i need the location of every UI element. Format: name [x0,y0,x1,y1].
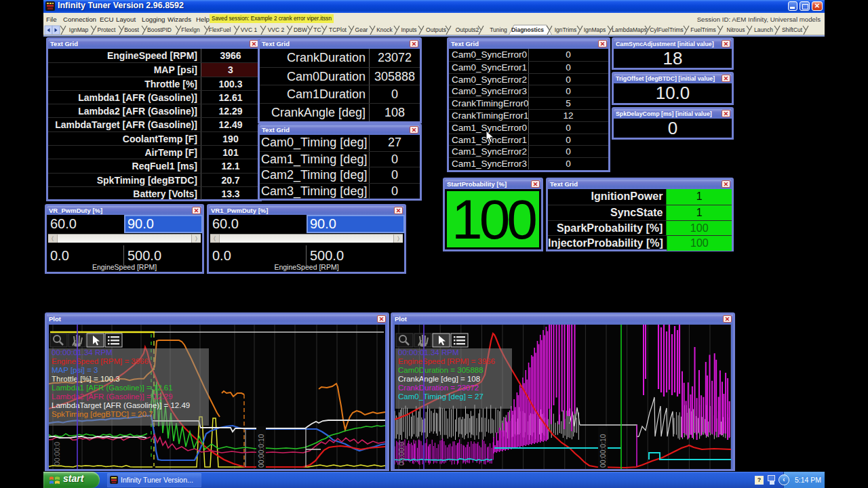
svg-text:VVC 2: VVC 2 [268,26,285,33]
svg-text:Outputs2: Outputs2 [456,26,479,33]
svg-text:Tuning: Tuning [490,26,507,33]
svg-text:Lambda1 [AFR (Gasoline)] = 12.: Lambda1 [AFR (Gasoline)] = 12.61 [52,384,173,392]
svg-text:ShiftCut: ShiftCut [782,26,803,33]
svg-text:00:00:01.34 RPM: 00:00:01.34 RPM [398,348,459,357]
svg-text:Knock: Knock [376,26,393,33]
svg-text:Lambda2 [AFR (Gasoline)] = 12.: Lambda2 [AFR (Gasoline)] = 12.29 [52,392,173,401]
svg-text:EngineSpeed [RPM] = 3966: EngineSpeed [RPM] = 3966 [52,357,149,365]
svg-text:IgnMaps: IgnMaps [584,26,606,33]
svg-text:CylFuelTrims: CylFuelTrims [650,26,684,33]
svg-text:Cam0_Timing [deg] = 27: Cam0_Timing [deg] = 27 [398,392,484,401]
svg-text:LambdaTarget [AFR (Gasoline)]: LambdaTarget [AFR (Gasoline)] = 12.49 [52,401,190,409]
svg-text:Nitrous: Nitrous [727,26,745,33]
svg-text:Outputs: Outputs [426,26,446,33]
svg-text:00:00:0:10: 00:00:0:10 [599,434,607,468]
svg-text:TC: TC [313,26,321,33]
svg-text:IgnMap: IgnMap [69,26,89,33]
svg-text:00:00:0: 00:00:0 [53,442,61,466]
svg-text:Boost: Boost [124,26,139,33]
svg-text:Throttle [%] = 100.3: Throttle [%] = 100.3 [52,375,120,383]
svg-text:Protect: Protect [98,26,117,33]
svg-text:FlexFuel: FlexFuel [209,26,231,33]
svg-text:Flexlgn: Flexlgn [181,26,200,33]
svg-text:FuelTrims: FuelTrims [690,26,715,33]
svg-text:TCPlot: TCPlot [329,26,347,33]
svg-text:00:00:0:10: 00:00:0:10 [257,434,265,468]
svg-text:00:00:01.34 RPM: 00:00:01.34 RPM [52,348,113,357]
svg-text:DBW: DBW [294,26,307,33]
svg-text:00:00:0: 00:00:0 [397,442,406,466]
svg-text:MAP [psi] = 3: MAP [psi] = 3 [52,366,98,374]
svg-text:EngineSpeed [RPM] = 3966: EngineSpeed [RPM] = 3966 [398,357,495,365]
svg-text:VVC 1: VVC 1 [241,26,258,33]
svg-text:Diagnostics: Diagnostics [511,26,544,33]
svg-text:CrankAngle [deg] = 108: CrankAngle [deg] = 108 [398,375,480,383]
svg-text:BoostPID: BoostPID [147,26,172,33]
svg-text:SpkTiming [degBTDC] = 20.7: SpkTiming [degBTDC] = 20.7 [52,410,153,418]
svg-text:LambdaMaps: LambdaMaps [612,26,647,33]
svg-text:Gear: Gear [355,26,368,33]
svg-text:Launch: Launch [754,26,773,33]
svg-text:Cam0Duration = 305888: Cam0Duration = 305888 [398,366,484,374]
svg-text:Inputs: Inputs [401,26,416,33]
svg-text:CrankDuration = 23072: CrankDuration = 23072 [398,384,479,392]
svg-text:IgnTrims: IgnTrims [555,26,577,33]
